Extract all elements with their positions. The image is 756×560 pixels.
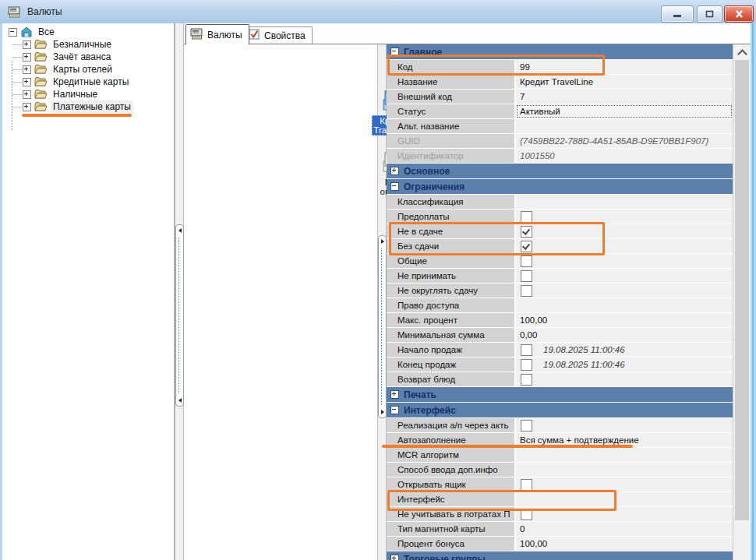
property-value-cell[interactable] bbox=[516, 195, 733, 209]
checkbox[interactable] bbox=[521, 344, 532, 356]
property-row[interactable]: Название Кредит TravelLine bbox=[387, 75, 733, 90]
scrollbar-thumb[interactable] bbox=[735, 60, 749, 520]
checkbox[interactable] bbox=[521, 359, 532, 371]
property-value-cell[interactable]: 7 bbox=[516, 90, 733, 104]
checkbox[interactable] bbox=[521, 479, 532, 491]
property-row[interactable]: Конец продаж 19.08.2025 11:00:46 bbox=[387, 357, 733, 372]
property-row[interactable]: Способ ввода доп.инфо bbox=[387, 463, 733, 477]
property-value-cell[interactable]: Активный bbox=[516, 104, 733, 118]
vertical-scrollbar[interactable] bbox=[733, 44, 751, 560]
collapse-right-icon[interactable] bbox=[381, 239, 387, 244]
tab-properties[interactable]: Свойства bbox=[244, 26, 313, 44]
property-row[interactable]: Торговые группы bbox=[387, 551, 733, 560]
property-row[interactable]: Реализация а/п через акть bbox=[387, 418, 733, 433]
property-value-cell[interactable]: 1001550 bbox=[516, 149, 733, 163]
property-value-cell[interactable] bbox=[516, 269, 733, 283]
maximize-button[interactable] bbox=[697, 5, 722, 23]
property-value-cell[interactable]: Кредит TravelLine bbox=[516, 75, 733, 89]
tree-item[interactable]: Зачёт аванса bbox=[2, 51, 174, 63]
property-row[interactable]: Право доступа bbox=[387, 298, 733, 313]
close-button[interactable] bbox=[724, 5, 754, 23]
property-row[interactable]: Минимальная сумма 0,00 bbox=[387, 328, 733, 343]
property-value: 7 bbox=[520, 90, 525, 104]
collapse-left-icon[interactable] bbox=[176, 398, 182, 403]
property-row[interactable]: Классификация bbox=[387, 195, 733, 210]
section-toggle-icon[interactable] bbox=[390, 390, 399, 399]
property-row[interactable]: Ограничения bbox=[387, 179, 733, 195]
property-value-cell[interactable]: 0 bbox=[516, 522, 733, 536]
checkbox[interactable] bbox=[521, 270, 532, 282]
expand-icon[interactable] bbox=[23, 53, 31, 62]
checkbox[interactable] bbox=[521, 255, 532, 267]
property-row[interactable]: Идентификатор 1001550 bbox=[387, 149, 733, 164]
property-label: Ограничения bbox=[399, 180, 465, 194]
property-row[interactable]: Внешний код 7 bbox=[387, 90, 733, 104]
property-row[interactable]: Интерфейс bbox=[387, 403, 733, 418]
property-row[interactable]: Печать bbox=[387, 387, 733, 403]
collapse-icon[interactable] bbox=[9, 28, 17, 37]
property-value-cell[interactable] bbox=[516, 372, 733, 386]
property-row[interactable]: Не принимать bbox=[387, 269, 733, 284]
property-row[interactable]: Процент бонуса 100,00 bbox=[387, 537, 733, 551]
section-toggle-icon[interactable] bbox=[390, 182, 399, 191]
tree-item[interactable]: Безналичные bbox=[2, 38, 174, 51]
property-label: Начало продаж bbox=[387, 343, 516, 357]
tree-item[interactable]: Наличные bbox=[2, 88, 174, 100]
checkbox[interactable] bbox=[521, 211, 532, 223]
property-row[interactable]: Основное bbox=[387, 164, 733, 179]
property-value-cell[interactable] bbox=[516, 254, 733, 268]
property-value-cell[interactable]: 100,00 bbox=[516, 537, 733, 551]
property-row[interactable]: Альт. название bbox=[387, 119, 733, 134]
section-toggle-icon[interactable] bbox=[390, 167, 399, 175]
property-value-cell[interactable]: 0,00 bbox=[516, 328, 733, 342]
titlebar[interactable]: Валюты bbox=[0, 0, 756, 24]
minimize-icon bbox=[673, 10, 682, 18]
checkbox[interactable] bbox=[521, 420, 532, 431]
tree-item-all[interactable]: Все bbox=[2, 26, 174, 38]
collapse-left-icon[interactable] bbox=[176, 228, 182, 233]
section-toggle-icon[interactable] bbox=[390, 555, 399, 560]
property-value: Активный bbox=[520, 104, 560, 118]
property-label: Процент бонуса bbox=[387, 537, 516, 551]
property-row[interactable]: Статус Активный bbox=[387, 104, 733, 119]
property-row[interactable]: Начало продаж 19.08.2025 11:00:46 bbox=[387, 343, 733, 357]
expand-icon[interactable] bbox=[23, 78, 31, 86]
property-row[interactable]: GUID {7459BB22-788D-4A51-85AB-D9E70BB1F9… bbox=[387, 134, 733, 149]
property-value-cell[interactable]: 19.08.2025 11:00:46 bbox=[516, 357, 733, 372]
expand-icon[interactable] bbox=[23, 103, 31, 111]
section-toggle-icon[interactable] bbox=[390, 406, 399, 414]
collapse-right-icon[interactable] bbox=[381, 410, 387, 414]
tree-item[interactable]: Платежные карты bbox=[2, 100, 174, 113]
property-row[interactable]: Тип магнитной карты 0 bbox=[387, 522, 733, 537]
scroll-up-button[interactable] bbox=[733, 44, 751, 59]
folder-money-icon bbox=[34, 89, 48, 100]
property-row[interactable]: Общие bbox=[387, 254, 733, 269]
checkbox[interactable] bbox=[521, 285, 532, 297]
tree-item[interactable]: Карты отелей bbox=[2, 63, 174, 76]
property-value-cell[interactable] bbox=[516, 418, 733, 432]
expand-icon[interactable] bbox=[23, 65, 31, 74]
property-row[interactable]: Возврат блюд bbox=[387, 372, 733, 387]
property-value-cell[interactable] bbox=[516, 298, 733, 312]
property-value-cell[interactable]: 19.08.2025 11:00:46 bbox=[516, 343, 733, 357]
left-splitter[interactable] bbox=[175, 23, 184, 560]
tree-item[interactable]: Кредитные карты bbox=[2, 76, 174, 88]
property-value-cell[interactable]: 100,00 bbox=[516, 313, 733, 327]
property-value-cell[interactable] bbox=[516, 119, 733, 133]
property-row[interactable]: Макс. процент 100,00 bbox=[387, 313, 733, 328]
expand-icon[interactable] bbox=[23, 90, 31, 99]
property-row[interactable]: Не округлять сдачу bbox=[387, 284, 733, 298]
left-splitter-handle[interactable] bbox=[175, 224, 184, 407]
checkbox[interactable] bbox=[521, 374, 532, 386]
tab-currencies[interactable]: Валюты bbox=[185, 24, 249, 44]
property-value-cell[interactable] bbox=[516, 284, 733, 298]
property-label: Внешний код bbox=[387, 90, 516, 104]
property-value-cell[interactable] bbox=[516, 448, 733, 462]
minimize-button[interactable] bbox=[661, 5, 694, 23]
right-splitter-handle[interactable] bbox=[378, 235, 387, 418]
property-row[interactable]: MCR алгоритм bbox=[387, 448, 733, 463]
property-value-cell[interactable]: {7459BB22-788D-4A51-85AB-D9E70BB1F907} bbox=[516, 134, 733, 148]
property-value-cell[interactable] bbox=[516, 463, 733, 477]
chevron-up-icon bbox=[737, 49, 747, 59]
expand-icon[interactable] bbox=[23, 41, 31, 49]
